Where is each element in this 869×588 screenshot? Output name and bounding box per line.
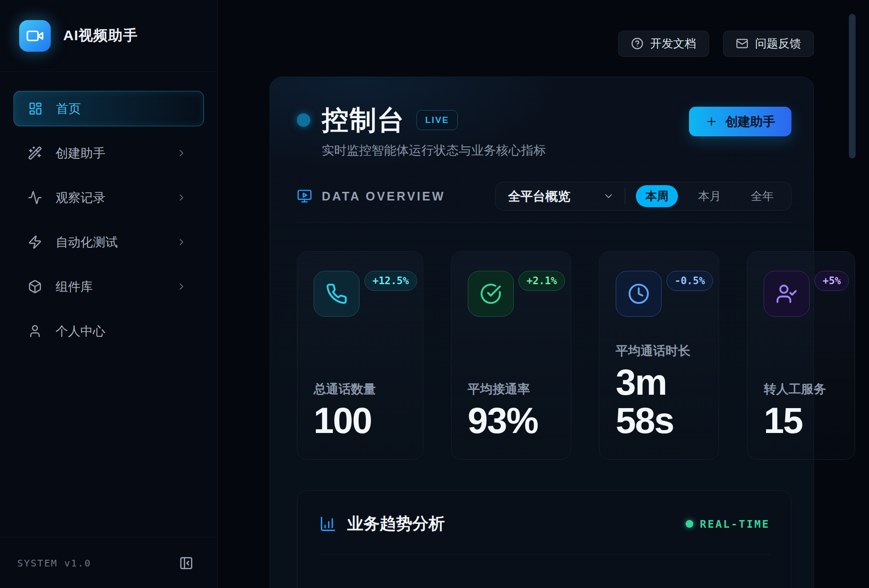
phone-icon xyxy=(314,271,360,317)
lightning-icon xyxy=(28,235,42,249)
sidebar-item-home[interactable]: 首页 xyxy=(13,91,204,126)
console-header: 控制台 LIVE 实时监控智能体运行状态与业务核心指标 创建助手 xyxy=(297,107,791,159)
dashboard-icon xyxy=(28,101,43,116)
logo-row: AI视频助手 xyxy=(0,0,217,72)
stat-trend-badge: +2.1% xyxy=(519,271,565,291)
plus-icon xyxy=(705,115,718,128)
sidebar-footer: SYSTEM v1.0 xyxy=(0,537,217,588)
console-title-block: 控制台 LIVE 实时监控智能体运行状态与业务核心指标 xyxy=(297,107,546,159)
collapse-sidebar-button[interactable] xyxy=(179,555,195,571)
stat-card-human-transfer: +5% 转人工服务 15 xyxy=(747,251,855,460)
sidebar-item-label: 观察记录 xyxy=(56,189,105,206)
stat-value: 100 xyxy=(314,401,409,440)
chevron-right-icon xyxy=(176,148,187,158)
tab-this-week[interactable]: 本周 xyxy=(636,185,678,207)
sidebar: AI视频助手 首页 创建助手 观察记录 xyxy=(0,0,218,588)
help-circle-icon xyxy=(631,37,643,50)
live-badge: LIVE xyxy=(417,110,458,130)
realtime-status: REAL-TIME xyxy=(686,518,770,530)
sidebar-item-label: 首页 xyxy=(56,100,81,117)
overview-controls: 全平台概览 本周 本月 全年 xyxy=(495,182,791,211)
stat-label: 平均接通率 xyxy=(468,381,557,398)
chevron-down-icon[interactable] xyxy=(603,190,614,202)
sidebar-item-label: 自动化测试 xyxy=(56,234,118,251)
realtime-dot xyxy=(686,520,693,528)
magic-wand-icon xyxy=(28,146,42,160)
check-circle-icon xyxy=(468,271,514,317)
stat-card-total-calls: +12.5% 总通话数量 100 xyxy=(297,251,423,460)
stats-row: +12.5% 总通话数量 100 +2.1% 平均接通率 93% xyxy=(297,251,791,460)
sidebar-item-label: 创建助手 xyxy=(56,145,105,162)
trend-title-group: 业务趋势分析 xyxy=(319,513,445,535)
main-area: 开发文档 问题反馈 控制台 LIVE 实时监控智能体运行状态与业务核心指标 xyxy=(218,0,869,588)
stat-value: 3m 58s xyxy=(616,363,705,440)
user-check-icon xyxy=(764,271,810,317)
trend-title: 业务趋势分析 xyxy=(347,513,445,535)
collapse-sidebar-icon xyxy=(179,556,195,570)
bar-chart-icon xyxy=(319,515,337,533)
chevron-right-icon xyxy=(176,192,187,203)
sidebar-item-personal-center[interactable]: 个人中心 xyxy=(13,313,204,349)
stat-card-avg-duration: -0.5% 平均通话时长 3m 58s xyxy=(599,251,719,460)
clock-icon xyxy=(616,271,662,317)
sidebar-item-observe-records[interactable]: 观察记录 xyxy=(13,180,204,215)
stat-card-top: +5% xyxy=(764,271,841,317)
stat-trend-badge: +5% xyxy=(814,271,849,291)
stat-trend-badge: +12.5% xyxy=(364,271,417,291)
page-title: 控制台 xyxy=(322,107,405,133)
sidebar-item-label: 组件库 xyxy=(56,278,93,295)
vertical-scrollbar-thumb[interactable] xyxy=(849,14,856,158)
video-camera-icon xyxy=(19,20,51,52)
stat-label: 转人工服务 xyxy=(764,381,841,398)
sidebar-item-create-assistant[interactable]: 创建助手 xyxy=(13,135,204,171)
dev-docs-button[interactable]: 开发文档 xyxy=(618,31,709,57)
app-root: AI视频助手 首页 创建助手 观察记录 xyxy=(0,0,869,588)
feedback-button[interactable]: 问题反馈 xyxy=(723,31,814,57)
activity-icon xyxy=(28,190,42,205)
create-assistant-button[interactable]: 创建助手 xyxy=(689,107,791,136)
stat-label: 总通话数量 xyxy=(314,381,409,398)
trend-analysis-card: 业务趋势分析 REAL-TIME xyxy=(297,490,791,588)
stat-value: 93% xyxy=(468,401,557,440)
divider xyxy=(625,188,625,204)
chevron-right-icon xyxy=(176,281,187,292)
topbar: 开发文档 问题反馈 xyxy=(270,0,814,77)
stat-trend-badge: -0.5% xyxy=(666,271,713,291)
mail-icon xyxy=(736,37,748,50)
system-version: SYSTEM v1.0 xyxy=(17,557,91,569)
tab-this-year[interactable]: 全年 xyxy=(741,185,783,207)
stat-label: 平均通话时长 xyxy=(616,343,705,359)
console-title-row: 控制台 LIVE xyxy=(297,107,546,133)
cube-icon xyxy=(28,279,42,294)
platform-filter-dropdown[interactable]: 全平台概览 xyxy=(508,188,570,205)
console-subtitle: 实时监控智能体运行状态与业务核心指标 xyxy=(322,142,546,159)
tab-this-month[interactable]: 本月 xyxy=(688,185,731,207)
stat-card-top: +2.1% xyxy=(468,271,557,317)
sidebar-nav: 首页 创建助手 观察记录 自动化测试 xyxy=(0,72,217,537)
stat-value: 15 xyxy=(764,401,841,440)
data-overview-row: DATA OVERVIEW 全平台概览 本周 本月 全年 xyxy=(297,182,791,222)
status-dot xyxy=(297,113,310,127)
realtime-label: REAL-TIME xyxy=(700,518,770,530)
stat-card-top: -0.5% xyxy=(616,271,705,317)
monitor-play-icon xyxy=(297,189,312,204)
app-title: AI视频助手 xyxy=(63,26,138,45)
create-assistant-label: 创建助手 xyxy=(725,113,775,130)
feedback-label: 问题反馈 xyxy=(755,36,801,51)
sidebar-item-label: 个人中心 xyxy=(56,323,105,340)
stat-card-answer-rate: +2.1% 平均接通率 93% xyxy=(451,251,571,460)
trend-header: 业务趋势分析 REAL-TIME xyxy=(319,513,770,555)
data-overview-heading: DATA OVERVIEW xyxy=(322,189,445,203)
console-card: 控制台 LIVE 实时监控智能体运行状态与业务核心指标 创建助手 xyxy=(270,77,814,588)
dev-docs-label: 开发文档 xyxy=(650,36,696,51)
user-icon xyxy=(28,324,42,338)
stat-card-top: +12.5% xyxy=(314,271,409,317)
chevron-right-icon xyxy=(176,237,187,247)
sidebar-item-automation-test[interactable]: 自动化测试 xyxy=(13,224,204,260)
data-overview-heading-group: DATA OVERVIEW xyxy=(297,189,445,204)
sidebar-item-component-library[interactable]: 组件库 xyxy=(13,269,204,304)
